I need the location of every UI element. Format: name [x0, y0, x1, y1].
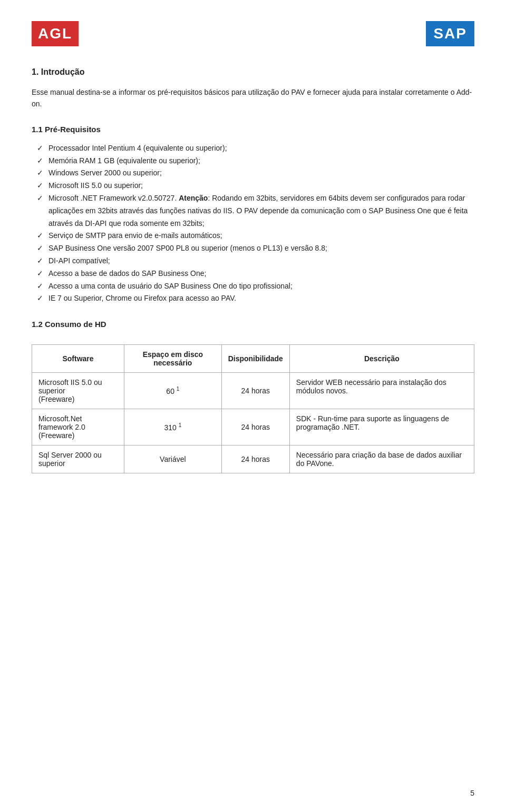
col-header-disk: Espaço em disco necessário: [124, 345, 222, 373]
sap-logo: SAP: [426, 21, 474, 46]
section1-1-title: 1.1 Pré-Requisitos: [32, 125, 474, 134]
list-item: DI-API compatível;: [37, 255, 474, 268]
hd-consumption-table: Software Espaço em disco necessário Disp…: [32, 344, 474, 473]
table-header-row: Software Espaço em disco necessário Disp…: [32, 345, 474, 373]
header: AGL SAP: [32, 21, 474, 46]
cell-software-3: Sql Server 2000 ou superior: [32, 445, 124, 473]
list-item: Processador Intel Pentium 4 (equivalente…: [37, 142, 474, 155]
cell-avail-1: 24 horas: [221, 373, 289, 409]
cell-software-1: Microsoft IIS 5.0 ou superior(Freeware): [32, 373, 124, 409]
col-header-availability: Disponibilidade: [221, 345, 289, 373]
cell-avail-3: 24 horas: [221, 445, 289, 473]
list-item: Acesso a uma conta de usuário do SAP Bus…: [37, 280, 474, 293]
table-row: Microsoft IIS 5.0 ou superior(Freeware) …: [32, 373, 474, 409]
table-row: Microsoft.Net framework 2.0(Freeware) 31…: [32, 409, 474, 445]
col-header-description: Descrição: [289, 345, 474, 373]
agl-logo-text: AGL: [38, 25, 72, 42]
intro-text: Esse manual destina-se a informar os pré…: [32, 86, 474, 110]
section1-title: 1. Introdução: [32, 67, 474, 77]
list-item: Memória RAM 1 GB (equivalente ou superio…: [37, 155, 474, 167]
sap-logo-text: SAP: [433, 25, 467, 42]
page: AGL SAP 1. Introdução Esse manual destin…: [0, 0, 506, 812]
cell-desc-3: Necessário para criação da base de dados…: [289, 445, 474, 473]
cell-desc-2: SDK - Run-time para suporte as linguagen…: [289, 409, 474, 445]
list-item: Microsoft .NET Framework v2.0.50727. Ate…: [37, 192, 474, 230]
list-item: Acesso a base de dados do SAP Business O…: [37, 268, 474, 280]
section1-2-title: 1.2 Consumo de HD: [32, 320, 474, 329]
col-header-software: Software: [32, 345, 124, 373]
cell-avail-2: 24 horas: [221, 409, 289, 445]
cell-disk-3: Variável: [124, 445, 222, 473]
prereq-checklist: Processador Intel Pentium 4 (equivalente…: [32, 142, 474, 305]
cell-disk-2: 310 1: [124, 409, 222, 445]
cell-desc-1: Servidor WEB necessário para instalação …: [289, 373, 474, 409]
agl-logo: AGL: [32, 21, 79, 46]
list-item: Serviço de SMTP para envio de e-mails au…: [37, 230, 474, 242]
cell-disk-1: 60 1: [124, 373, 222, 409]
list-item: SAP Business One versão 2007 SP00 PL8 ou…: [37, 242, 474, 255]
table-row: Sql Server 2000 ou superior Variável 24 …: [32, 445, 474, 473]
list-item: Microsoft IIS 5.0 ou superior;: [37, 180, 474, 192]
list-item: IE 7 ou Superior, Chrome ou Firefox para…: [37, 292, 474, 305]
cell-software-2: Microsoft.Net framework 2.0(Freeware): [32, 409, 124, 445]
hd-consumption-table-section: Software Espaço em disco necessário Disp…: [32, 344, 474, 473]
list-item: Windows Server 2000 ou superior;: [37, 167, 474, 180]
page-number: 5: [470, 789, 474, 797]
